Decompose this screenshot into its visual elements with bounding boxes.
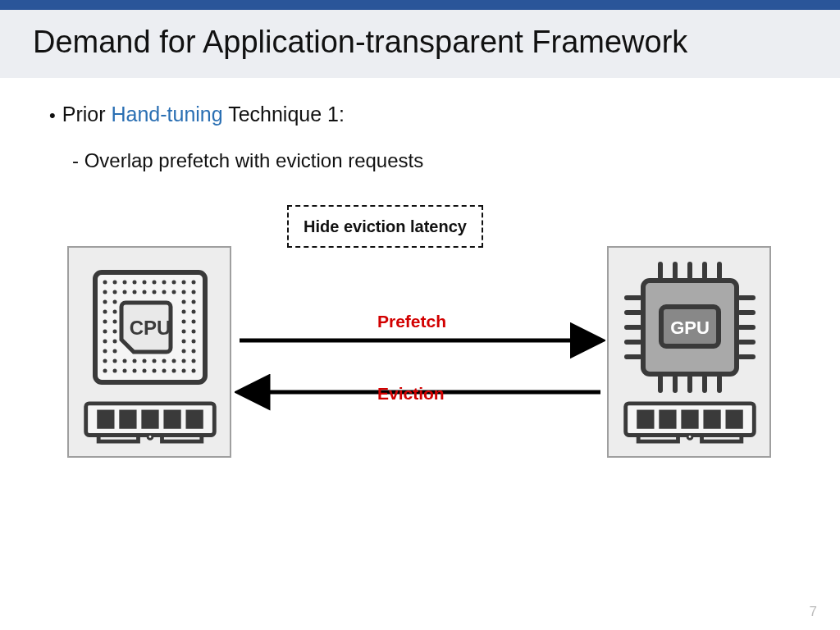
svg-point-32 (192, 320, 196, 324)
cpu-memory-box: CPU (67, 246, 231, 458)
svg-point-9 (182, 281, 186, 285)
svg-rect-69 (163, 410, 180, 429)
gpu-chip-icon: GPU (620, 258, 760, 397)
svg-point-20 (192, 290, 196, 294)
svg-point-12 (113, 290, 117, 294)
svg-point-59 (143, 369, 147, 373)
page-number: 7 (810, 604, 817, 620)
ram-module-icon-left (80, 399, 220, 446)
svg-point-24 (192, 300, 196, 304)
svg-point-25 (103, 310, 107, 314)
eviction-latency-callout: Hide eviction latency (287, 205, 483, 248)
svg-point-38 (113, 340, 117, 344)
cpu-label: CPU (130, 317, 171, 339)
slide-title: Demand for Application-transparent Frame… (33, 25, 807, 60)
bullet-highlight: Hand-tuning (111, 103, 222, 126)
diagram: Hide eviction latency (49, 205, 804, 492)
svg-rect-96 (659, 410, 676, 429)
svg-point-8 (172, 281, 176, 285)
svg-point-50 (153, 359, 157, 363)
svg-point-26 (113, 310, 117, 314)
body-area: • Prior Hand-tuning Technique 1: - Overl… (0, 78, 840, 492)
svg-rect-98 (703, 410, 720, 429)
svg-rect-66 (97, 410, 114, 429)
svg-point-3 (123, 281, 127, 285)
svg-point-18 (172, 290, 176, 294)
svg-point-41 (103, 349, 107, 354)
bullet-suffix: Technique 1: (223, 103, 345, 126)
svg-point-21 (103, 300, 107, 304)
svg-rect-70 (186, 410, 203, 429)
svg-point-23 (182, 300, 186, 304)
svg-rect-95 (637, 410, 654, 429)
svg-point-54 (192, 359, 196, 363)
top-accent-bar (0, 0, 840, 10)
svg-point-55 (103, 369, 107, 373)
svg-point-62 (172, 369, 176, 373)
svg-point-44 (192, 349, 196, 354)
svg-point-15 (143, 290, 147, 294)
svg-point-16 (153, 290, 157, 294)
svg-point-30 (113, 320, 117, 324)
sub-bullet: - Overlap prefetch with eviction request… (72, 149, 791, 172)
svg-point-31 (182, 320, 186, 324)
gpu-memory-box: GPU (607, 246, 771, 458)
svg-point-34 (113, 330, 117, 334)
svg-point-1 (103, 281, 107, 285)
svg-point-17 (162, 290, 167, 294)
svg-point-4 (133, 281, 137, 285)
svg-point-27 (182, 310, 186, 314)
svg-point-47 (123, 359, 127, 363)
svg-point-33 (103, 330, 107, 334)
svg-point-52 (172, 359, 176, 363)
gpu-label: GPU (670, 317, 710, 338)
svg-point-71 (148, 435, 153, 440)
svg-point-56 (113, 369, 117, 373)
svg-rect-99 (726, 410, 743, 429)
svg-rect-97 (681, 410, 698, 429)
svg-point-61 (162, 369, 167, 373)
svg-point-35 (182, 330, 186, 334)
svg-point-63 (182, 369, 186, 373)
callout-text: Hide eviction latency (304, 217, 467, 236)
svg-point-10 (192, 281, 196, 285)
svg-point-7 (162, 281, 167, 285)
svg-point-49 (143, 359, 147, 363)
svg-point-39 (182, 340, 186, 344)
arrow-label-prefetch: Prefetch (377, 312, 446, 331)
arrow-label-eviction: Eviction (377, 384, 445, 404)
svg-point-100 (687, 435, 692, 440)
svg-point-19 (182, 290, 186, 294)
title-band: Demand for Application-transparent Frame… (0, 10, 840, 78)
svg-rect-67 (119, 410, 136, 429)
bullet-dot: • (49, 107, 56, 125)
svg-point-37 (103, 340, 107, 344)
svg-point-14 (133, 290, 137, 294)
svg-rect-68 (141, 410, 158, 429)
svg-point-45 (103, 359, 107, 363)
bullet-line: • Prior Hand-tuning Technique 1: (49, 103, 791, 126)
svg-point-53 (182, 359, 186, 363)
ram-module-icon-right (620, 399, 760, 446)
svg-point-2 (113, 281, 117, 285)
svg-point-5 (143, 281, 147, 285)
svg-point-64 (192, 369, 196, 373)
svg-point-6 (153, 281, 157, 285)
svg-point-11 (103, 290, 107, 294)
svg-point-43 (182, 349, 186, 354)
svg-point-48 (133, 359, 137, 363)
cpu-chip-icon: CPU (80, 258, 220, 397)
svg-point-28 (192, 310, 196, 314)
bullet-text: Prior Hand-tuning Technique 1: (62, 103, 345, 126)
svg-point-36 (192, 330, 196, 334)
svg-point-22 (113, 300, 117, 304)
svg-point-58 (133, 369, 137, 373)
svg-point-29 (103, 320, 107, 324)
svg-point-40 (192, 340, 196, 344)
svg-point-42 (113, 349, 117, 354)
svg-point-13 (123, 290, 127, 294)
bullet-prefix: Prior (62, 103, 112, 126)
svg-point-46 (113, 359, 117, 363)
svg-point-57 (123, 369, 127, 373)
svg-point-51 (162, 359, 167, 363)
